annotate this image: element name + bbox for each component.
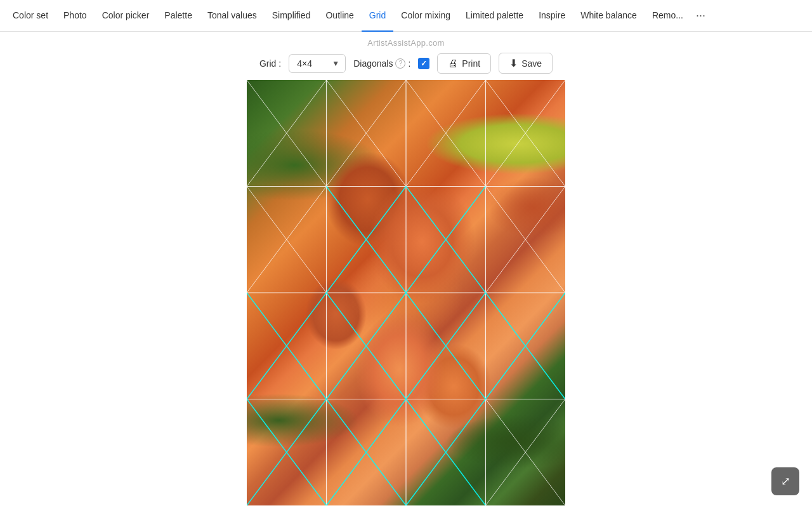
save-button[interactable]: ⬇ Save — [499, 53, 553, 74]
nav-item-grid[interactable]: Grid — [362, 0, 393, 32]
print-label: Print — [462, 58, 480, 69]
grid-select[interactable]: 2×2 3×3 4×4 5×5 6×6 8×8 — [289, 54, 346, 73]
nav-item-outline[interactable]: Outline — [318, 0, 361, 32]
diagonals-checkbox[interactable] — [418, 58, 429, 69]
print-icon: 🖨 — [448, 58, 458, 69]
image-container — [247, 80, 565, 505]
main-content: ArtistAssistApp.com Grid : 2×2 3×3 4×4 5… — [0, 32, 812, 505]
nav-item-photo[interactable]: Photo — [56, 0, 95, 32]
diagonals-help-icon[interactable]: ? — [395, 58, 405, 69]
fullscreen-icon: ⤢ — [781, 474, 790, 488]
nav-item-color-picker[interactable]: Color picker — [95, 0, 157, 32]
nav-item-limited-palette[interactable]: Limited palette — [458, 0, 531, 32]
grid-label: Grid : — [259, 58, 281, 69]
fullscreen-button[interactable]: ⤢ — [771, 467, 799, 495]
nav-item-white-balance[interactable]: White balance — [573, 0, 645, 32]
photo-background — [247, 80, 565, 505]
nav-item-color-set[interactable]: Color set — [5, 0, 56, 32]
grid-select-wrapper: 2×2 3×3 4×4 5×5 6×6 8×8 ▼ — [289, 54, 346, 73]
watermark-text: ArtistAssistApp.com — [367, 38, 444, 48]
diagonals-label: Diagonals ? : — [353, 58, 410, 69]
nav-item-simplified[interactable]: Simplified — [265, 0, 318, 32]
controls-bar: Grid : 2×2 3×3 4×4 5×5 6×6 8×8 ▼ Diagona… — [259, 53, 553, 74]
nav-bar: Color set Photo Color picker Palette Ton… — [0, 0, 812, 32]
print-button[interactable]: 🖨 Print — [437, 53, 491, 74]
nav-item-inspire[interactable]: Inspire — [531, 0, 573, 32]
nav-more-button[interactable]: ··· — [691, 0, 710, 32]
save-label: Save — [521, 58, 542, 69]
nav-item-tonal-values[interactable]: Tonal values — [200, 0, 265, 32]
nav-item-palette[interactable]: Palette — [157, 0, 200, 32]
colon-separator: : — [408, 58, 410, 69]
nav-item-color-mixing[interactable]: Color mixing — [393, 0, 458, 32]
nav-item-remove[interactable]: Remo... — [645, 0, 691, 32]
save-icon: ⬇ — [509, 57, 518, 69]
